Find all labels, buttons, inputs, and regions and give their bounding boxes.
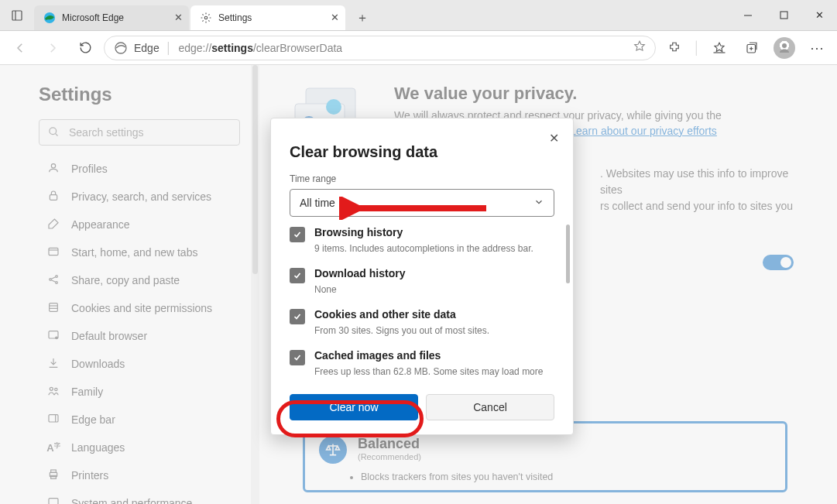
check-cookies[interactable]: Cookies and other site dataFrom 30 sites… (290, 308, 554, 337)
url-separator: │ (166, 42, 173, 54)
chevron-down-icon (533, 197, 544, 210)
more-icon[interactable]: ⋯ (803, 36, 831, 60)
dialog-scrollbar[interactable] (566, 225, 570, 283)
svg-line-22 (51, 279, 55, 282)
settings-nav: Profiles Privacy, search, and services A… (39, 155, 245, 504)
balanced-rec: (Recommended) (358, 452, 421, 461)
check-cache[interactable]: Cached images and filesFrees up less tha… (290, 349, 554, 378)
tab-settings[interactable]: Settings ✕ (190, 5, 345, 30)
lock-icon (46, 190, 60, 204)
svg-point-29 (55, 388, 57, 390)
nav-edge-bar[interactable]: Edge bar (39, 406, 245, 434)
check-download-history[interactable]: Download historyNone (290, 267, 554, 296)
svg-point-39 (326, 99, 341, 115)
language-icon: A字 (46, 441, 60, 454)
svg-point-20 (56, 281, 58, 283)
nav-system[interactable]: System and performance (39, 489, 245, 504)
svg-rect-0 (12, 11, 22, 20)
clear-now-button[interactable]: Clear now (290, 394, 418, 420)
share-icon (46, 273, 60, 288)
gear-icon (200, 12, 212, 24)
tracking-desc: . Websites may use this info to improve … (600, 166, 806, 214)
checkbox-checked-icon[interactable] (290, 350, 305, 365)
tab-label: Microsoft Edge (62, 12, 124, 23)
extensions-icon[interactable] (660, 36, 688, 60)
tab-edge[interactable]: Microsoft Edge ✕ (34, 5, 189, 30)
nav-default-browser[interactable]: Default browser (39, 322, 245, 350)
site-info-icon[interactable] (114, 41, 128, 55)
svg-point-18 (50, 278, 52, 280)
nav-cookies[interactable]: Cookies and site permissions (39, 294, 245, 322)
checkbox-checked-icon[interactable] (290, 227, 305, 242)
svg-rect-15 (50, 194, 57, 200)
svg-rect-5 (780, 12, 787, 19)
profile-avatar[interactable] (770, 36, 798, 60)
nav-appearance[interactable]: Appearance (39, 211, 245, 238)
dialog-title: Clear browsing data (290, 143, 554, 161)
refresh-button[interactable] (71, 36, 99, 60)
svg-point-14 (51, 163, 55, 167)
family-icon (46, 385, 60, 399)
close-window-button[interactable]: ✕ (801, 0, 837, 31)
svg-rect-35 (49, 498, 58, 504)
browser-toolbar: Edge │ edge://settings/clearBrowserData … (0, 31, 837, 65)
cookie-icon (46, 301, 60, 316)
forward-button[interactable] (39, 36, 67, 60)
scales-icon (319, 436, 347, 464)
back-button[interactable] (6, 36, 34, 60)
nav-family[interactable]: Family (39, 378, 245, 406)
hero-title: We value your privacy. (394, 84, 806, 104)
favorite-icon[interactable] (633, 40, 646, 55)
nav-privacy[interactable]: Privacy, search, and services (39, 183, 245, 211)
settings-title: Settings (39, 84, 245, 105)
tab-label: Settings (218, 12, 252, 23)
svg-rect-16 (49, 248, 58, 255)
time-range-label: Time range (271, 167, 573, 187)
checkbox-checked-icon[interactable] (290, 268, 305, 283)
dialog-body: Browsing history9 items. Includes autoco… (271, 221, 573, 385)
nav-printers[interactable]: Printers (39, 461, 245, 489)
brush-icon (46, 218, 60, 232)
balanced-bullet: Blocks trackers from sites you haven't v… (361, 471, 771, 482)
svg-point-19 (56, 275, 58, 277)
close-icon[interactable]: ✕ (331, 12, 339, 23)
profile-icon (46, 162, 60, 177)
nav-start[interactable]: Start, home, and new tabs (39, 238, 245, 266)
favorites-icon[interactable] (705, 36, 733, 60)
dialog-close-icon[interactable]: ✕ (549, 131, 559, 146)
close-icon[interactable]: ✕ (174, 12, 183, 23)
time-range-value: All time (300, 197, 335, 209)
url-path: edge://settings/clearBrowserData (178, 42, 342, 54)
svg-line-21 (51, 276, 55, 279)
address-bar[interactable]: Edge │ edge://settings/clearBrowserData (104, 36, 656, 60)
nav-languages[interactable]: A字Languages (39, 434, 245, 461)
minimize-button[interactable] (730, 0, 766, 31)
tracking-toggle[interactable] (763, 255, 794, 270)
nav-downloads[interactable]: Downloads (39, 350, 245, 378)
system-icon (46, 496, 60, 505)
svg-point-28 (50, 387, 53, 390)
cancel-button[interactable]: Cancel (426, 394, 554, 420)
window-controls: ✕ (730, 0, 837, 31)
edgebar-icon (46, 413, 60, 427)
tabstrip: Microsoft Edge ✕ Settings ✕ ＋ (34, 0, 375, 30)
nav-share[interactable]: Share, copy and paste (39, 266, 245, 294)
time-range-select[interactable]: All time (290, 189, 554, 217)
tab-actions-icon[interactable] (0, 0, 34, 30)
search-settings-input[interactable] (39, 119, 240, 146)
url-label-edge: Edge (134, 42, 160, 54)
svg-point-6 (115, 43, 126, 53)
checkbox-checked-icon[interactable] (290, 309, 305, 324)
collections-icon[interactable] (738, 36, 766, 60)
nav-profiles[interactable]: Profiles (39, 155, 245, 183)
privacy-link[interactable]: Learn about our privacy efforts (570, 125, 717, 137)
svg-point-11 (782, 43, 787, 48)
svg-rect-30 (49, 414, 58, 421)
svg-rect-34 (51, 475, 57, 478)
check-browsing-history[interactable]: Browsing history9 items. Includes autoco… (290, 226, 554, 255)
sidebar-scrollbar[interactable] (252, 65, 258, 274)
maximize-button[interactable] (766, 0, 801, 31)
new-tab-button[interactable]: ＋ (350, 5, 375, 30)
browser-icon (46, 329, 60, 344)
svg-rect-23 (50, 303, 58, 311)
